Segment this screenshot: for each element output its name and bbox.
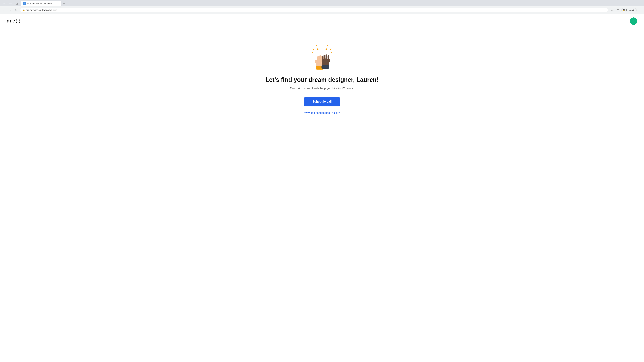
browser-tab-active[interactable]: A Hire Top Remote Software Dev... ×	[21, 1, 62, 6]
forward-button[interactable]: →	[8, 7, 13, 13]
svg-rect-11	[317, 56, 319, 61]
schedule-call-button[interactable]: Schedule call	[304, 97, 340, 106]
maximize-window-icon: □	[16, 2, 18, 5]
svg-rect-19	[324, 55, 325, 60]
browser-menu-button[interactable]: ⋮	[637, 7, 643, 13]
window-maximize-button[interactable]: □	[14, 1, 20, 6]
refresh-button[interactable]: ↻	[14, 7, 19, 13]
address-bar-container: 🔒	[20, 8, 608, 12]
celebration-illustration	[308, 43, 336, 69]
tab-favicon: A	[23, 2, 26, 5]
svg-point-7	[312, 52, 313, 53]
back-icon: ←	[3, 8, 5, 11]
main-content: Let's find your dream designer, Lauren! …	[0, 28, 644, 129]
minimize-window-icon: —	[9, 2, 12, 5]
svg-line-4	[312, 49, 314, 50]
tab-close-icon: ×	[57, 2, 58, 5]
svg-point-6	[326, 48, 327, 50]
new-tab-button[interactable]: +	[62, 1, 66, 6]
svg-point-5	[317, 48, 318, 50]
site-header: arc() L	[0, 14, 644, 28]
subtext: Our hiring consultants help you hire in …	[290, 87, 354, 90]
user-avatar[interactable]: L	[630, 17, 637, 25]
browser-chrome: × — □ A Hire Top Remote Software Dev... …	[0, 0, 644, 14]
svg-line-2	[330, 49, 332, 50]
svg-rect-21	[328, 55, 329, 60]
window-close-button[interactable]: ×	[1, 1, 7, 6]
faq-link-button[interactable]: Why do I need to book a call?	[304, 111, 340, 114]
site-logo: arc()	[7, 18, 21, 24]
window-controls: × — □	[1, 1, 20, 6]
incognito-icon: 🕵	[623, 9, 626, 11]
tabs-bar: × — □ A Hire Top Remote Software Dev... …	[0, 0, 644, 6]
tab-close-button[interactable]: ×	[56, 2, 59, 5]
menu-icon: ⋮	[639, 8, 641, 12]
bookmark-icon: ☆	[611, 8, 613, 12]
profile-area[interactable]: 🕵 Incognito	[621, 8, 636, 12]
new-tab-icon: +	[63, 2, 65, 5]
svg-rect-18	[322, 56, 323, 61]
window-minimize-button[interactable]: —	[8, 1, 13, 6]
lock-icon: 🔒	[22, 9, 25, 11]
svg-rect-20	[326, 54, 327, 60]
svg-rect-22	[322, 65, 329, 69]
svg-line-3	[316, 45, 317, 46]
svg-line-1	[327, 45, 328, 46]
headline: Let's find your dream designer, Lauren!	[266, 76, 379, 83]
svg-point-8	[331, 52, 332, 53]
bookmark-button[interactable]: ☆	[609, 7, 615, 13]
page-content: arc() L	[0, 14, 644, 356]
svg-rect-12	[319, 55, 321, 61]
address-bar-input[interactable]	[26, 9, 606, 11]
incognito-label: Incognito	[626, 9, 635, 11]
close-window-icon: ×	[3, 2, 5, 5]
refresh-icon: ↻	[15, 8, 17, 12]
browser-toolbar: ← → ↻ 🔒 ☆ ⬡ 🕵 Incognito ⋮	[0, 6, 644, 14]
back-button[interactable]: ←	[1, 7, 7, 13]
extensions-icon: ⬡	[617, 8, 619, 12]
celebration-svg	[308, 43, 336, 69]
extensions-button[interactable]: ⬡	[615, 7, 621, 13]
tab-title: Hire Top Remote Software Dev...	[27, 2, 55, 5]
forward-icon: →	[9, 8, 12, 11]
